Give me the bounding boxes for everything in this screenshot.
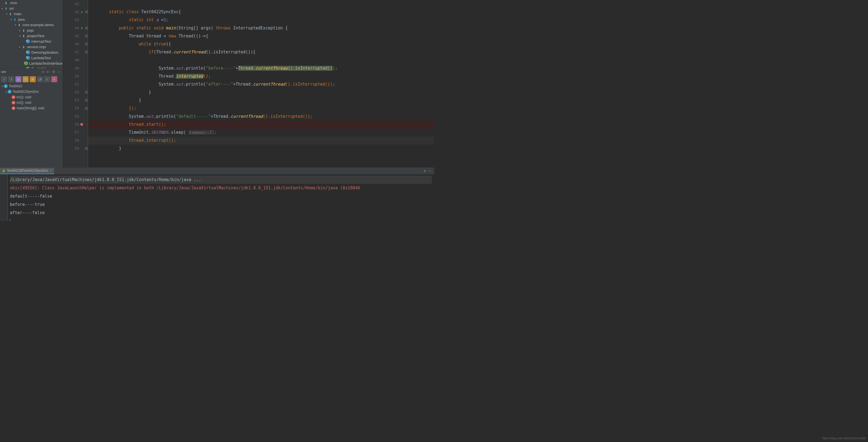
console-cursor: [10, 219, 10, 221]
console-tab-active[interactable]: ▣ Test0422$Test0422SyncExc ×: [0, 168, 54, 174]
gutter-line[interactable]: 53: [63, 96, 79, 104]
gutter-line[interactable]: 54: [63, 104, 79, 112]
gutter-line[interactable]: 43: [63, 16, 79, 24]
tree-item[interactable]: ▸▮pojo: [0, 28, 62, 33]
gutter-line[interactable]: 55: [63, 113, 79, 121]
tree-item[interactable]: ▮.mvn: [0, 0, 62, 5]
tool-branch-icon[interactable]: ⎇: [37, 76, 43, 82]
chevron-icon[interactable]: ▾: [5, 12, 8, 16]
tree-item[interactable]: CLambdaTest: [0, 55, 62, 61]
gutter-line[interactable]: 47: [63, 48, 79, 56]
fold-toggle-icon[interactable]: −: [85, 35, 88, 37]
close-tab-icon[interactable]: ×: [50, 169, 52, 173]
tree-item[interactable]: CDemoApplication: [0, 50, 62, 55]
structure-item[interactable]: mmain(String[]): void: [0, 106, 62, 111]
gutter-line[interactable]: 57: [63, 128, 79, 137]
structure-item[interactable]: ▾CTest0422SyncExc: [0, 89, 62, 94]
code-line[interactable]: Thread.interrupted();: [99, 72, 434, 80]
structure-item-label: main(String[]): void: [17, 106, 44, 110]
tool-sort-icon[interactable]: ↕: [1, 76, 7, 82]
structure-item[interactable]: mm1(): void: [0, 94, 62, 100]
fold-toggle-icon[interactable]: −: [85, 99, 88, 101]
gutter-line[interactable]: 41: [63, 0, 79, 8]
code-line[interactable]: thread.interrupt();: [88, 137, 434, 145]
code-editor[interactable]: 4142▶4344▶454647484950515253545556575859…: [63, 0, 434, 167]
tree-item[interactable]: ▾▮main: [0, 11, 62, 17]
chevron-icon[interactable]: ▸: [18, 29, 22, 32]
fold-toggle-icon[interactable]: −: [85, 91, 88, 93]
code-line[interactable]: System.out.println("default-----"+Thread…: [99, 113, 434, 121]
breakpoint-icon[interactable]: [80, 123, 83, 126]
code-line[interactable]: }: [99, 145, 434, 152]
code-line[interactable]: System.out.println("before----"+Thread.c…: [99, 64, 434, 72]
code-line[interactable]: TimeUnit.SECONDS.sleep( timeout: 2);: [99, 128, 434, 137]
gutter-line[interactable]: 52: [63, 88, 79, 96]
structure-item[interactable]: ▾CTest0422: [0, 83, 62, 89]
code-line[interactable]: Thread thread = new Thread(()->{: [99, 32, 434, 40]
structure-collapse-icon[interactable]: ⇤: [46, 70, 50, 74]
chevron-icon[interactable]: ▾: [18, 34, 22, 37]
gutter-line[interactable]: 56: [63, 121, 79, 128]
code-line[interactable]: }: [99, 88, 434, 96]
fold-toggle-icon[interactable]: −: [85, 43, 88, 45]
editor-gutter[interactable]: 4142▶4344▶454647484950515253545556575859: [63, 0, 85, 167]
tree-item[interactable]: ▸▮src: [0, 5, 62, 11]
code-line[interactable]: System.out.println("after----"+Thread.cu…: [99, 80, 434, 88]
code-line[interactable]: [99, 56, 434, 64]
chevron-icon[interactable]: ▾: [14, 23, 17, 26]
fold-column[interactable]: −−−−−−−−−: [85, 0, 88, 167]
fold-toggle-icon[interactable]: −: [85, 107, 88, 110]
tree-item[interactable]: ▾▮projectTest: [0, 33, 62, 38]
code-line[interactable]: });: [99, 104, 434, 112]
chevron-icon[interactable]: ▸: [1, 7, 4, 10]
gutter-line[interactable]: 42▶: [63, 8, 79, 16]
fold-toggle-icon[interactable]: −: [85, 51, 88, 53]
gutter-line[interactable]: 44▶: [63, 24, 79, 32]
tool-i-icon[interactable]: I: [8, 76, 14, 82]
gutter-line[interactable]: 50: [63, 72, 79, 80]
code-line[interactable]: static class Test0422SyncExc{: [99, 8, 434, 16]
tool-p-icon[interactable]: p: [16, 76, 22, 82]
code-line[interactable]: }: [99, 96, 434, 104]
gutter-line[interactable]: 46: [63, 40, 79, 48]
gutter-line[interactable]: 48: [63, 56, 79, 64]
code-line[interactable]: static int a =1;: [99, 16, 434, 24]
code-line[interactable]: thread.start();: [88, 121, 434, 128]
gutter-line[interactable]: 51: [63, 80, 79, 88]
structure-item[interactable]: mm2(): void: [0, 100, 62, 106]
structure-list[interactable]: ▾CTest0422▾CTest0422SyncExcmm1(): voidmm…: [0, 83, 62, 111]
structure-gear-icon[interactable]: ⚙: [52, 70, 56, 74]
code-line[interactable]: while (true){: [99, 40, 434, 48]
code-area[interactable]: static class Test0422SyncExc{ static int…: [88, 0, 434, 167]
tree-item[interactable]: CinterruptTest: [0, 38, 62, 44]
console-gear-icon[interactable]: ⚙: [423, 169, 427, 173]
tool-f-icon[interactable]: f: [23, 76, 29, 82]
chevron-icon[interactable]: ▸: [18, 46, 22, 49]
chevron-icon[interactable]: ▾: [9, 18, 13, 21]
tree-item[interactable]: ▸▮service.impl: [0, 44, 62, 50]
gutter-line[interactable]: 59: [63, 145, 79, 152]
tool-lambda-icon[interactable]: λ: [51, 76, 57, 82]
tree-item[interactable]: ▾▮com.example.demo: [0, 22, 62, 28]
code-line[interactable]: [99, 0, 434, 8]
structure-expand-icon[interactable]: ⇥: [40, 70, 45, 74]
project-tree[interactable]: ▮.mvn▸▮src▾▮main▾▮java▾▮com.example.demo…: [0, 0, 62, 68]
structure-minimize-icon[interactable]: —: [57, 70, 61, 74]
fold-toggle-icon[interactable]: −: [85, 148, 88, 150]
run-gutter-icon[interactable]: ▶: [81, 24, 83, 32]
tree-item[interactable]: ▾▮java: [0, 17, 62, 22]
tool-circle-icon[interactable]: ○: [44, 76, 50, 82]
fold-toggle-icon[interactable]: −: [85, 27, 88, 29]
gutter-line[interactable]: 49: [63, 64, 79, 72]
tree-item[interactable]: ILambdaTestInterface: [0, 61, 62, 66]
tree-item[interactable]: CTest0420: [0, 66, 62, 68]
console-minimize-icon[interactable]: —: [428, 169, 432, 173]
tool-lock-icon[interactable]: 🔒: [30, 76, 36, 82]
code-line[interactable]: if(Thread.currentThread().isInterrupted(…: [99, 48, 434, 56]
run-gutter-icon[interactable]: ▶: [81, 8, 83, 16]
gutter-line[interactable]: 58: [63, 137, 79, 145]
code-line[interactable]: public static void main(String[] args) t…: [99, 24, 434, 32]
gutter-line[interactable]: 45: [63, 32, 79, 40]
console-output[interactable]: /Library/Java/JavaVirtualMachines/jdk1.8…: [8, 175, 434, 221]
fold-toggle-icon[interactable]: −: [85, 11, 88, 13]
